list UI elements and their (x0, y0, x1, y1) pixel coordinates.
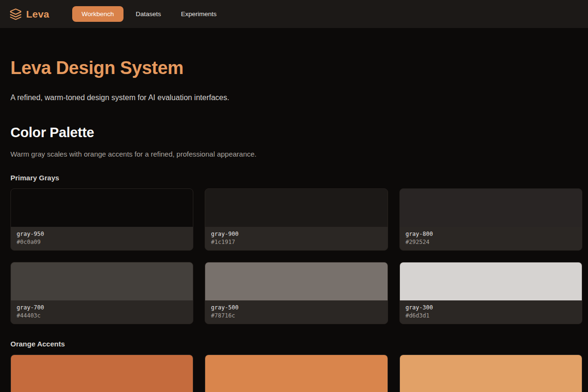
page-subtitle: A refined, warm-toned design system for … (10, 93, 582, 102)
swatch-hex: #78716c (211, 312, 381, 320)
swatch-hex: #d6d3d1 (406, 312, 576, 320)
nav-tabs: Workbench Datasets Experiments (72, 6, 224, 22)
swatch-card-gray-800: gray-800 #292524 (399, 188, 582, 251)
tab-experiments[interactable]: Experiments (173, 6, 224, 22)
main-content: Leva Design System A refined, warm-toned… (0, 58, 588, 392)
swatch-color (11, 189, 193, 227)
swatch-card-orange-2 (205, 355, 388, 392)
swatch-color (400, 189, 582, 227)
swatch-color (400, 355, 582, 392)
swatch-name: gray-900 (211, 230, 381, 238)
swatch-color (11, 355, 193, 392)
swatch-meta: gray-800 #292524 (400, 227, 582, 250)
swatch-color (205, 355, 387, 392)
page-title: Leva Design System (10, 58, 582, 78)
swatch-name: gray-800 (406, 230, 576, 238)
swatch-card-gray-700: gray-700 #44403c (10, 262, 193, 324)
swatch-name: gray-300 (406, 304, 576, 312)
swatch-hex: #0c0a09 (17, 238, 187, 246)
swatch-color (11, 262, 193, 300)
oranges-heading: Orange Accents (10, 340, 582, 348)
swatch-hex: #1c1917 (211, 238, 381, 246)
swatch-card-orange-3 (399, 355, 582, 392)
swatch-name: gray-950 (17, 230, 187, 238)
swatch-card-gray-300: gray-300 #d6d3d1 (399, 262, 582, 324)
swatch-card-gray-900: gray-900 #1c1917 (205, 188, 388, 251)
swatch-color (205, 262, 387, 300)
layers-icon (9, 8, 22, 20)
swatch-color (205, 189, 387, 227)
swatch-card-gray-500: gray-500 #78716c (205, 262, 388, 324)
swatch-meta: gray-500 #78716c (205, 300, 387, 324)
swatch-card-orange-1 (10, 355, 193, 392)
swatch-color (400, 262, 582, 300)
oranges-grid (10, 355, 582, 392)
swatch-meta: gray-300 #d6d3d1 (400, 300, 582, 324)
swatch-hex: #292524 (406, 238, 576, 246)
brand: Leva (9, 8, 49, 20)
tab-workbench[interactable]: Workbench (72, 6, 123, 22)
swatch-hex: #44403c (17, 312, 187, 320)
swatch-card-gray-950: gray-950 #0c0a09 (10, 188, 193, 251)
tab-datasets[interactable]: Datasets (128, 6, 169, 22)
swatch-name: gray-500 (211, 304, 381, 312)
swatch-name: gray-700 (17, 304, 187, 312)
top-nav: Leva Workbench Datasets Experiments (0, 0, 588, 28)
section-title-color-palette: Color Palette (10, 125, 582, 140)
grays-grid: gray-950 #0c0a09 gray-900 #1c1917 gray-8… (10, 188, 582, 324)
swatch-meta: gray-950 #0c0a09 (11, 227, 193, 250)
swatch-meta: gray-700 #44403c (11, 300, 193, 324)
section-description: Warm gray scales with orange accents for… (10, 150, 582, 158)
grays-heading: Primary Grays (10, 174, 582, 182)
brand-name: Leva (26, 9, 49, 20)
swatch-meta: gray-900 #1c1917 (205, 227, 387, 250)
